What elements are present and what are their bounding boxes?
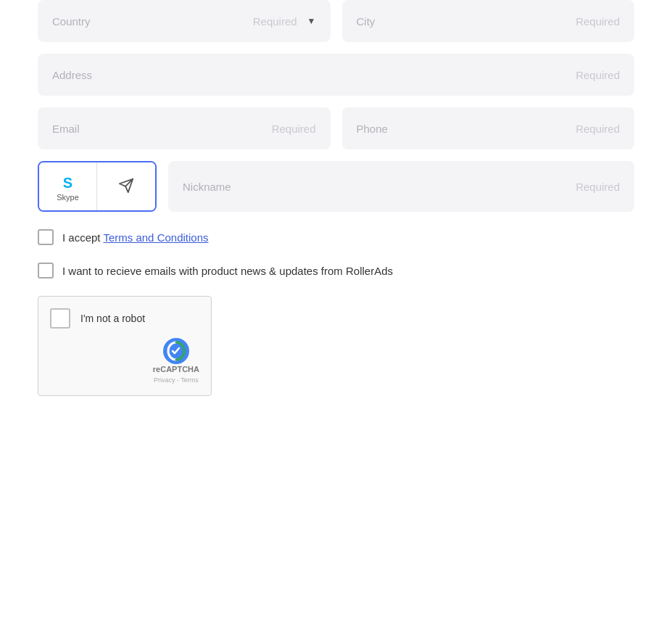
- phone-field[interactable]: Phone Required: [342, 107, 635, 149]
- skype-icon: S: [63, 175, 72, 191]
- terms-checkbox[interactable]: [38, 229, 54, 245]
- terms-checkbox-row: I accept Terms and Conditions: [38, 229, 634, 245]
- telegram-option[interactable]: [97, 162, 155, 212]
- nickname-label: Nickname: [183, 181, 231, 193]
- phone-required: Required: [576, 123, 620, 135]
- address-label: Address: [52, 69, 92, 81]
- recaptcha-links: Privacy - Terms: [154, 376, 199, 384]
- city-required: Required: [576, 15, 620, 28]
- recaptcha-logo-icon: [162, 337, 190, 365]
- email-label: Email: [52, 123, 80, 135]
- newsletter-checkbox[interactable]: [38, 263, 54, 279]
- messenger-selector[interactable]: S Skype: [38, 161, 157, 212]
- recaptcha-brand-block: reCAPTCHA Privacy - Terms: [153, 337, 199, 384]
- address-row: Address Required: [38, 54, 634, 96]
- recaptcha-terms-link[interactable]: Terms: [181, 376, 199, 384]
- terms-label: I accept Terms and Conditions: [62, 231, 209, 244]
- skype-label: Skype: [57, 193, 79, 202]
- registration-form: Country Required ▼ City Required Address…: [38, 0, 634, 396]
- nickname-field[interactable]: Nickname Required: [168, 161, 634, 212]
- newsletter-checkbox-row: I want to recieve emails with product ne…: [38, 263, 634, 279]
- city-label: City: [357, 15, 376, 28]
- newsletter-label: I want to recieve emails with product ne…: [62, 265, 393, 277]
- country-required: Required: [253, 15, 297, 28]
- address-field[interactable]: Address Required: [38, 54, 634, 96]
- recaptcha-top: I'm not a robot: [50, 308, 199, 329]
- recaptcha-widget[interactable]: I'm not a robot reCAPTCHA Privacy - Term…: [38, 296, 212, 396]
- recaptcha-text: I'm not a robot: [80, 313, 145, 324]
- country-city-row: Country Required ▼ City Required: [38, 0, 634, 42]
- country-label: Country: [52, 15, 91, 28]
- recaptcha-bottom: reCAPTCHA Privacy - Terms: [50, 337, 199, 384]
- address-required: Required: [576, 69, 620, 81]
- terms-link[interactable]: Terms and Conditions: [103, 231, 208, 244]
- messenger-nickname-row: S Skype Nickname Required: [38, 161, 634, 212]
- city-field[interactable]: City Required: [342, 0, 635, 42]
- recaptcha-brand-name: reCAPTCHA: [153, 365, 199, 374]
- email-required: Required: [272, 123, 316, 135]
- email-phone-row: Email Required Phone Required: [38, 107, 634, 149]
- nickname-required: Required: [576, 181, 620, 193]
- telegram-icon: [118, 178, 134, 198]
- skype-option[interactable]: S Skype: [39, 162, 97, 212]
- recaptcha-checkbox[interactable]: [50, 308, 70, 329]
- country-dropdown-arrow: ▼: [307, 16, 316, 26]
- phone-label: Phone: [357, 123, 388, 135]
- recaptcha-privacy-link[interactable]: Privacy: [154, 376, 175, 384]
- email-field[interactable]: Email Required: [38, 107, 331, 149]
- country-field[interactable]: Country Required ▼: [38, 0, 331, 42]
